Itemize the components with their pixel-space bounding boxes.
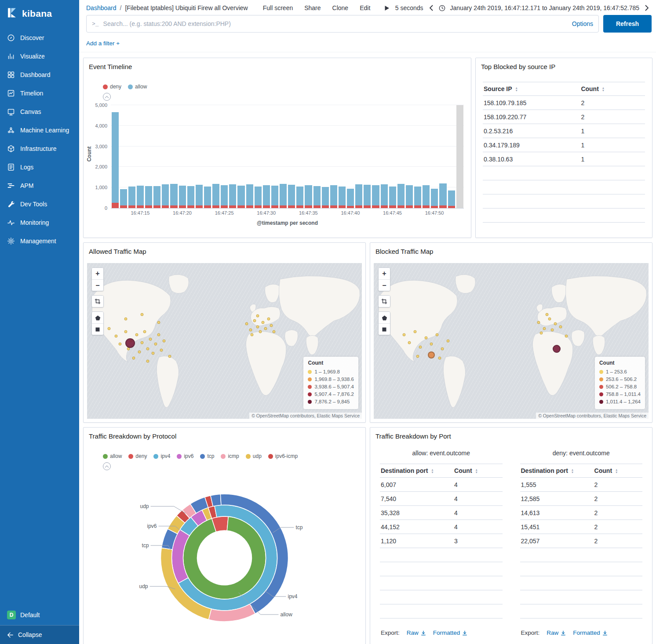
bar[interactable] [203, 105, 211, 208]
legend-item-icmp[interactable]: icmp [221, 453, 239, 459]
bar[interactable] [178, 105, 186, 208]
bar[interactable] [145, 105, 153, 208]
traffic-marker[interactable] [125, 338, 135, 348]
sidebar-item-monitoring[interactable]: Monitoring [0, 213, 79, 232]
bar[interactable] [422, 105, 430, 208]
column-header-source-ip[interactable]: Source IP▲▼ [483, 82, 580, 96]
bar[interactable] [405, 105, 413, 208]
sidebar-item-management[interactable]: Management [0, 232, 79, 250]
legend-collapse-icon[interactable] [103, 93, 111, 101]
legend-item-deny[interactable]: deny [103, 84, 121, 90]
bar[interactable] [430, 105, 439, 208]
legend-item-ipv6-icmp[interactable]: ipv6-icmp [268, 453, 298, 459]
bar[interactable] [136, 105, 144, 208]
menu-full-screen[interactable]: Full screen [263, 4, 293, 11]
export-raw-link[interactable]: Raw [547, 629, 566, 636]
time-range[interactable]: January 24th 2019, 16:47:12.171 to Janua… [450, 4, 639, 11]
sidebar-item-infrastructure[interactable]: Infrastructure [0, 139, 79, 158]
sidebar-item-dev-tools[interactable]: Dev Tools [0, 195, 79, 213]
bar[interactable] [346, 105, 355, 208]
menu-clone[interactable]: Clone [332, 4, 349, 11]
add-filter-link[interactable]: Add a filter + [86, 40, 120, 47]
bar[interactable] [338, 105, 346, 208]
blocked-traffic-map[interactable]: +−Count1 – 253.6253.6 – 506.2506.2 – 758… [374, 263, 649, 419]
bar[interactable] [397, 105, 405, 208]
column-header-destination-port[interactable]: Destination port▲▼ [380, 464, 453, 478]
zoom-in-button[interactable]: + [379, 268, 390, 279]
bar[interactable] [170, 105, 178, 208]
legend-item-allow[interactable]: allow [103, 453, 122, 459]
bar[interactable] [220, 105, 229, 208]
sidebar-item-apm[interactable]: APM [0, 176, 79, 195]
bar[interactable] [186, 105, 195, 208]
sidebar-item-visualize[interactable]: Visualize [0, 47, 79, 66]
bar[interactable] [153, 105, 161, 208]
zoom-out-button[interactable]: − [92, 279, 103, 291]
legend-item-ipv6[interactable]: ipv6 [177, 453, 193, 459]
zoom-out-button[interactable]: − [379, 279, 390, 291]
kibana-logo[interactable]: kibana [0, 0, 79, 25]
bar[interactable] [313, 105, 321, 208]
legend-item-udp[interactable]: udp [246, 453, 262, 459]
options-link[interactable]: Options [572, 20, 593, 27]
sidebar-item-logs[interactable]: Logs [0, 158, 79, 176]
zoom-in-button[interactable]: + [92, 268, 103, 279]
legend-item-allow[interactable]: allow [128, 84, 147, 90]
bar[interactable] [161, 105, 170, 208]
column-header-count[interactable]: Count▲▼ [594, 464, 642, 478]
export-raw-link[interactable]: Raw [407, 629, 426, 636]
sidebar-item-discover[interactable]: Discover [0, 29, 79, 47]
fit-bounds-button[interactable] [92, 296, 103, 307]
play-refresh-button[interactable] [383, 4, 390, 12]
column-header-count[interactable]: Count▲▼ [453, 464, 502, 478]
bar[interactable] [304, 105, 313, 208]
bar[interactable] [355, 105, 363, 208]
bar[interactable] [363, 105, 372, 208]
bar[interactable] [388, 105, 397, 208]
time-forward-button[interactable] [644, 4, 650, 12]
sidebar-item-canvas[interactable]: Canvas [0, 102, 79, 121]
bar[interactable] [262, 105, 270, 208]
fit-bounds-button[interactable] [379, 296, 390, 307]
bar[interactable] [288, 105, 296, 208]
bar[interactable] [414, 105, 422, 208]
search-input[interactable] [103, 20, 568, 27]
bar[interactable] [439, 105, 447, 208]
bar[interactable] [380, 105, 388, 208]
export-formatted-link[interactable]: Formatted [433, 629, 468, 636]
sidebar-item-timelion[interactable]: Timelion [0, 84, 79, 102]
time-back-button[interactable] [428, 4, 434, 12]
bar[interactable] [270, 105, 279, 208]
bar[interactable] [212, 105, 220, 208]
legend-item-ipv4[interactable]: ipv4 [153, 453, 170, 459]
breadcrumb-dashboard-link[interactable]: Dashboard [86, 4, 117, 11]
bar[interactable] [237, 105, 245, 208]
bar[interactable] [296, 105, 304, 208]
bar[interactable] [119, 105, 128, 208]
bar[interactable] [279, 105, 288, 208]
space-switcher[interactable]: D Default [0, 605, 79, 625]
traffic-marker[interactable] [428, 351, 435, 359]
traffic-marker[interactable] [553, 345, 561, 353]
bar[interactable] [229, 105, 237, 208]
legend-item-deny[interactable]: deny [128, 453, 147, 459]
draw-rectangle-button[interactable] [92, 323, 103, 335]
export-formatted-link[interactable]: Formatted [573, 629, 608, 636]
draw-rectangle-button[interactable] [379, 323, 390, 335]
legend-collapse-icon[interactable] [103, 462, 111, 470]
bar[interactable] [245, 105, 254, 208]
allowed-traffic-map[interactable]: +−Count1 – 1,969.81,969.8 – 3,938.63,938… [87, 263, 362, 419]
menu-share[interactable]: Share [304, 4, 321, 11]
legend-item-tcp[interactable]: tcp [200, 453, 214, 459]
bar[interactable] [329, 105, 338, 208]
sidebar-item-machine-learning[interactable]: Machine Learning [0, 121, 79, 139]
column-header-destination-port[interactable]: Destination port▲▼ [520, 464, 594, 478]
bar[interactable] [128, 105, 136, 208]
draw-polygon-button[interactable] [379, 312, 390, 323]
bar[interactable] [195, 105, 203, 208]
menu-edit[interactable]: Edit [360, 4, 370, 11]
bar[interactable] [447, 105, 456, 208]
sidebar-item-dashboard[interactable]: Dashboard [0, 66, 79, 84]
refresh-button[interactable]: Refresh [603, 15, 652, 33]
bar[interactable] [321, 105, 329, 208]
